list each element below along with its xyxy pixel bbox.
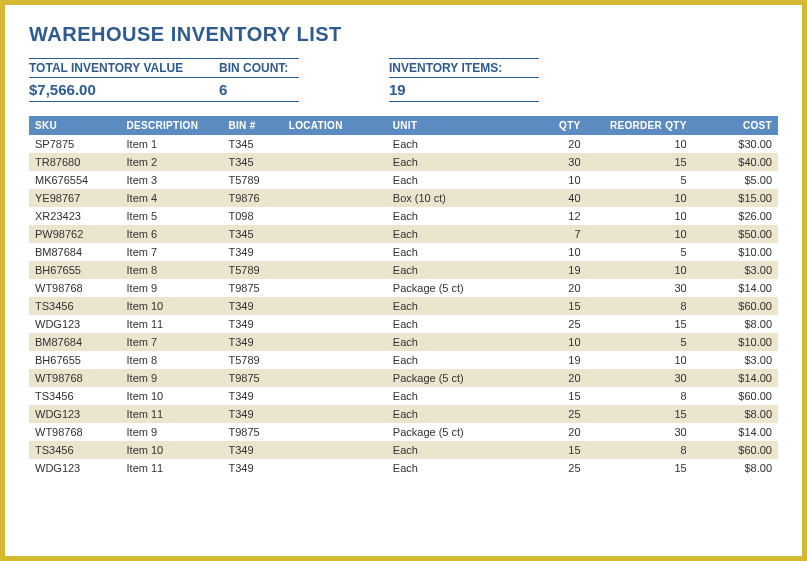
cell-qty: 15 xyxy=(512,441,587,459)
cell-cost: $60.00 xyxy=(693,387,778,405)
cell-qty: 15 xyxy=(512,387,587,405)
summary-total-value-label: TOTAL INVENTORY VALUE xyxy=(29,58,219,78)
cell-cost: $8.00 xyxy=(693,459,778,477)
table-row: BH67655Item 8T5789Each1910$3.00 xyxy=(29,261,778,279)
cell-bin: T098 xyxy=(222,207,282,225)
summary-bin-count-label: BIN COUNT: xyxy=(219,58,299,78)
cell-cost: $60.00 xyxy=(693,441,778,459)
table-row: TR87680Item 2T345Each3015$40.00 xyxy=(29,153,778,171)
cell-sku: WT98768 xyxy=(29,423,121,441)
cell-description: Item 10 xyxy=(121,441,223,459)
table-row: PW98762Item 6T345Each710$50.00 xyxy=(29,225,778,243)
cell-sku: XR23423 xyxy=(29,207,121,225)
cell-sku: TS3456 xyxy=(29,387,121,405)
cell-qty: 30 xyxy=(512,153,587,171)
cell-qty: 10 xyxy=(512,243,587,261)
cell-cost: $5.00 xyxy=(693,171,778,189)
cell-location xyxy=(283,189,387,207)
cell-location xyxy=(283,333,387,351)
table-row: WDG123Item 11T349Each2515$8.00 xyxy=(29,405,778,423)
cell-location xyxy=(283,459,387,477)
cell-bin: T9876 xyxy=(222,189,282,207)
cell-unit: Each xyxy=(387,459,512,477)
cell-sku: PW98762 xyxy=(29,225,121,243)
cell-unit: Each xyxy=(387,153,512,171)
summary-items-value: 19 xyxy=(389,78,539,102)
cell-location xyxy=(283,171,387,189)
cell-sku: WDG123 xyxy=(29,315,121,333)
cell-location xyxy=(283,243,387,261)
table-row: TS3456Item 10T349Each158$60.00 xyxy=(29,441,778,459)
cell-reorder: 10 xyxy=(587,351,693,369)
cell-location xyxy=(283,207,387,225)
cell-reorder: 5 xyxy=(587,171,693,189)
cell-description: Item 6 xyxy=(121,225,223,243)
cell-unit: Each xyxy=(387,351,512,369)
cell-qty: 20 xyxy=(512,279,587,297)
cell-location xyxy=(283,153,387,171)
cell-unit: Each xyxy=(387,207,512,225)
cell-qty: 20 xyxy=(512,135,587,153)
table-row: MK676554Item 3T5789Each105$5.00 xyxy=(29,171,778,189)
cell-description: Item 9 xyxy=(121,369,223,387)
cell-sku: TS3456 xyxy=(29,441,121,459)
cell-reorder: 15 xyxy=(587,153,693,171)
cell-qty: 19 xyxy=(512,261,587,279)
cell-unit: Each xyxy=(387,333,512,351)
cell-cost: $8.00 xyxy=(693,405,778,423)
col-sku: SKU xyxy=(29,116,121,135)
cell-reorder: 15 xyxy=(587,459,693,477)
cell-reorder: 10 xyxy=(587,135,693,153)
cell-location xyxy=(283,351,387,369)
cell-location xyxy=(283,135,387,153)
table-row: WDG123Item 11T349Each2515$8.00 xyxy=(29,315,778,333)
cell-bin: T349 xyxy=(222,315,282,333)
table-row: WT98768Item 9T9875Package (5 ct)2030$14.… xyxy=(29,279,778,297)
cell-reorder: 8 xyxy=(587,297,693,315)
cell-cost: $3.00 xyxy=(693,351,778,369)
cell-bin: T349 xyxy=(222,297,282,315)
cell-qty: 40 xyxy=(512,189,587,207)
summary-items-label: INVENTORY ITEMS: xyxy=(389,58,539,78)
col-description: DESCRIPTION xyxy=(121,116,223,135)
cell-reorder: 5 xyxy=(587,243,693,261)
table-row: BM87684Item 7T349Each105$10.00 xyxy=(29,243,778,261)
cell-description: Item 11 xyxy=(121,405,223,423)
cell-cost: $50.00 xyxy=(693,225,778,243)
cell-qty: 25 xyxy=(512,459,587,477)
summary-total-value-amount: $7,566.00 xyxy=(29,78,219,102)
cell-unit: Each xyxy=(387,405,512,423)
cell-unit: Each xyxy=(387,297,512,315)
cell-unit: Each xyxy=(387,171,512,189)
summary-total-value: TOTAL INVENTORY VALUE $7,566.00 xyxy=(29,58,219,102)
summary-gap xyxy=(299,58,389,102)
col-cost: COST xyxy=(693,116,778,135)
table-row: WT98768Item 9T9875Package (5 ct)2030$14.… xyxy=(29,423,778,441)
cell-reorder: 8 xyxy=(587,441,693,459)
cell-description: Item 11 xyxy=(121,459,223,477)
cell-reorder: 10 xyxy=(587,225,693,243)
cell-cost: $14.00 xyxy=(693,279,778,297)
cell-location xyxy=(283,387,387,405)
cell-unit: Each xyxy=(387,315,512,333)
cell-sku: TR87680 xyxy=(29,153,121,171)
cell-unit: Each xyxy=(387,135,512,153)
cell-sku: WT98768 xyxy=(29,369,121,387)
cell-unit: Each xyxy=(387,387,512,405)
cell-bin: T5789 xyxy=(222,351,282,369)
cell-location xyxy=(283,297,387,315)
cell-location xyxy=(283,423,387,441)
cell-unit: Each xyxy=(387,441,512,459)
cell-reorder: 5 xyxy=(587,333,693,351)
cell-location xyxy=(283,225,387,243)
cell-qty: 20 xyxy=(512,423,587,441)
cell-sku: BH67655 xyxy=(29,351,121,369)
cell-description: Item 8 xyxy=(121,261,223,279)
cell-qty: 25 xyxy=(512,405,587,423)
cell-reorder: 10 xyxy=(587,189,693,207)
cell-cost: $14.00 xyxy=(693,423,778,441)
cell-qty: 7 xyxy=(512,225,587,243)
table-row: TS3456Item 10T349Each158$60.00 xyxy=(29,297,778,315)
table-row: SP7875Item 1T345Each2010$30.00 xyxy=(29,135,778,153)
cell-description: Item 7 xyxy=(121,333,223,351)
